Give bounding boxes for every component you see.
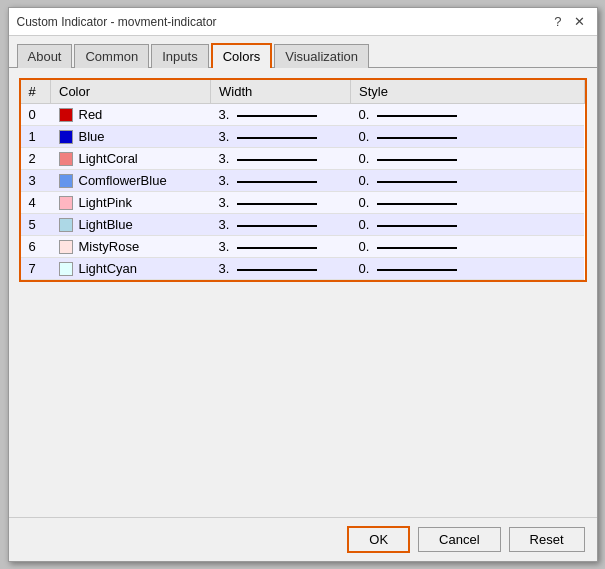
main-window: Custom Indicator - movment-indicator ? ✕… <box>8 7 598 562</box>
color-name: LightCoral <box>79 151 138 166</box>
style-line-preview <box>377 181 457 183</box>
cell-style[interactable]: 0. <box>351 236 585 258</box>
color-name: ComflowerBlue <box>79 173 167 188</box>
color-name: LightCyan <box>79 261 138 276</box>
style-value: 0. <box>359 151 370 166</box>
cell-color[interactable]: Red <box>51 104 211 126</box>
cell-index: 2 <box>21 148 51 170</box>
tab-colors[interactable]: Colors <box>211 43 273 68</box>
table-row[interactable]: 0 Red 3. 0. <box>21 104 585 126</box>
color-name: MistyRose <box>79 239 140 254</box>
cell-style[interactable]: 0. <box>351 170 585 192</box>
close-button[interactable]: ✕ <box>570 14 589 29</box>
cell-width[interactable]: 3. <box>211 148 351 170</box>
tab-content: # Color Width Style 0 Red 3. <box>9 68 597 517</box>
cell-style[interactable]: 0. <box>351 104 585 126</box>
line-preview <box>237 203 317 205</box>
style-value: 0. <box>359 107 370 122</box>
cell-style[interactable]: 0. <box>351 192 585 214</box>
title-bar: Custom Indicator - movment-indicator ? ✕ <box>9 8 597 36</box>
cell-width[interactable]: 3. <box>211 104 351 126</box>
width-value: 3. <box>219 129 230 144</box>
width-value: 3. <box>219 195 230 210</box>
cell-index: 7 <box>21 258 51 280</box>
title-bar-controls: ? ✕ <box>550 14 588 29</box>
ok-button[interactable]: OK <box>347 526 410 553</box>
table-row[interactable]: 4 LightPink 3. 0. <box>21 192 585 214</box>
window-title: Custom Indicator - movment-indicator <box>17 15 217 29</box>
color-swatch <box>59 240 73 254</box>
tab-bar: About Common Inputs Colors Visualization <box>9 36 597 68</box>
color-swatch <box>59 108 73 122</box>
table-row[interactable]: 3 ComflowerBlue 3. 0. <box>21 170 585 192</box>
cell-style[interactable]: 0. <box>351 148 585 170</box>
tab-common[interactable]: Common <box>74 44 149 68</box>
style-line-preview <box>377 225 457 227</box>
cell-color[interactable]: Blue <box>51 126 211 148</box>
help-button[interactable]: ? <box>550 14 565 29</box>
cell-index: 4 <box>21 192 51 214</box>
color-swatch <box>59 218 73 232</box>
style-line-preview <box>377 159 457 161</box>
reset-button[interactable]: Reset <box>509 527 585 552</box>
color-name: Red <box>79 107 103 122</box>
cell-color[interactable]: ComflowerBlue <box>51 170 211 192</box>
col-header-width: Width <box>211 80 351 104</box>
cancel-button[interactable]: Cancel <box>418 527 500 552</box>
cell-color[interactable]: LightCyan <box>51 258 211 280</box>
table-row[interactable]: 2 LightCoral 3. 0. <box>21 148 585 170</box>
line-preview <box>237 181 317 183</box>
cell-index: 6 <box>21 236 51 258</box>
line-preview <box>237 269 317 271</box>
table-header-row: # Color Width Style <box>21 80 585 104</box>
line-preview <box>237 247 317 249</box>
width-value: 3. <box>219 261 230 276</box>
cell-index: 1 <box>21 126 51 148</box>
style-line-preview <box>377 247 457 249</box>
line-preview <box>237 159 317 161</box>
cell-color[interactable]: MistyRose <box>51 236 211 258</box>
line-preview <box>237 115 317 117</box>
cell-color[interactable]: LightCoral <box>51 148 211 170</box>
footer: OK Cancel Reset <box>9 517 597 561</box>
line-preview <box>237 137 317 139</box>
width-value: 3. <box>219 173 230 188</box>
cell-width[interactable]: 3. <box>211 170 351 192</box>
cell-width[interactable]: 3. <box>211 236 351 258</box>
style-value: 0. <box>359 173 370 188</box>
color-name: Blue <box>79 129 105 144</box>
cell-width[interactable]: 3. <box>211 214 351 236</box>
tab-visualization[interactable]: Visualization <box>274 44 369 68</box>
style-value: 0. <box>359 261 370 276</box>
table-row[interactable]: 1 Blue 3. 0. <box>21 126 585 148</box>
style-value: 0. <box>359 239 370 254</box>
style-value: 0. <box>359 129 370 144</box>
tab-inputs[interactable]: Inputs <box>151 44 208 68</box>
line-preview <box>237 225 317 227</box>
table-row[interactable]: 7 LightCyan 3. 0. <box>21 258 585 280</box>
width-value: 3. <box>219 107 230 122</box>
color-swatch <box>59 196 73 210</box>
style-line-preview <box>377 137 457 139</box>
cell-color[interactable]: LightBlue <box>51 214 211 236</box>
cell-style[interactable]: 0. <box>351 126 585 148</box>
cell-index: 5 <box>21 214 51 236</box>
cell-width[interactable]: 3. <box>211 126 351 148</box>
cell-style[interactable]: 0. <box>351 258 585 280</box>
color-swatch <box>59 262 73 276</box>
tab-about[interactable]: About <box>17 44 73 68</box>
width-value: 3. <box>219 151 230 166</box>
table-row[interactable]: 5 LightBlue 3. 0. <box>21 214 585 236</box>
col-header-style: Style <box>351 80 585 104</box>
cell-width[interactable]: 3. <box>211 258 351 280</box>
color-name: LightBlue <box>79 217 133 232</box>
cell-style[interactable]: 0. <box>351 214 585 236</box>
style-value: 0. <box>359 195 370 210</box>
style-line-preview <box>377 203 457 205</box>
cell-color[interactable]: LightPink <box>51 192 211 214</box>
cell-width[interactable]: 3. <box>211 192 351 214</box>
table-row[interactable]: 6 MistyRose 3. 0. <box>21 236 585 258</box>
colors-table-container: # Color Width Style 0 Red 3. <box>19 78 587 282</box>
style-value: 0. <box>359 217 370 232</box>
style-line-preview <box>377 269 457 271</box>
